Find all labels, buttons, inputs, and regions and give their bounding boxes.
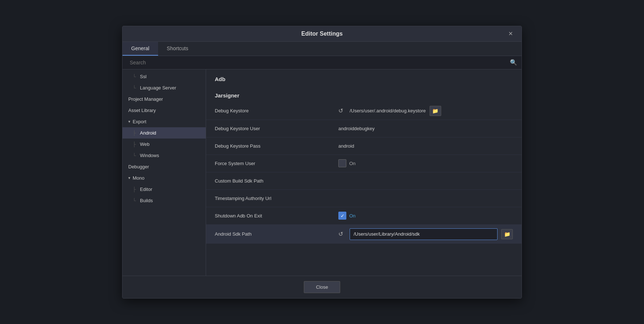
toggle-shutdown-adb: On bbox=[338, 212, 355, 220]
sidebar-item-language-server[interactable]: └ Language Server bbox=[122, 82, 206, 93]
content-area: Adb Jarsigner Debug Keystore ↺ /Users/us… bbox=[206, 69, 522, 276]
tree-line: └ bbox=[133, 153, 138, 158]
setting-row-android-sdk-path: Android Sdk Path ↺ 📁 bbox=[206, 225, 522, 244]
setting-label-debug-keystore: Debug Keystore bbox=[215, 108, 338, 113]
setting-row-custom-build-sdk-path: Custom Build Sdk Path bbox=[206, 172, 522, 190]
sidebar-item-label: Language Server bbox=[140, 85, 176, 91]
sidebar-item-label: Mono bbox=[133, 175, 145, 181]
setting-label-custom-build-sdk-path: Custom Build Sdk Path bbox=[215, 178, 338, 184]
sidebar-item-label: Web bbox=[140, 141, 150, 147]
tabs-row: General Shortcuts bbox=[122, 42, 522, 56]
setting-value-debug-keystore: ↺ /Users/user/.android/debug.keystore 📁 bbox=[338, 106, 513, 116]
setting-value-shutdown-adb-on-exit: On bbox=[338, 212, 513, 220]
setting-row-debug-keystore: Debug Keystore ↺ /Users/user/.android/de… bbox=[206, 102, 522, 120]
tree-line: ├ bbox=[133, 130, 138, 136]
setting-row-shutdown-adb-on-exit: Shutdown Adb On Exit On bbox=[206, 207, 522, 225]
tree-line: └ bbox=[133, 198, 138, 203]
sidebar-item-ssl[interactable]: └ Ssl bbox=[122, 71, 206, 82]
setting-label-android-sdk-path: Android Sdk Path bbox=[215, 231, 338, 237]
setting-label-timestamping-authority-url: Timestamping Authority Url bbox=[215, 196, 338, 201]
search-bar: 🔍 bbox=[122, 56, 522, 69]
sidebar-item-web[interactable]: ├ Web bbox=[122, 139, 206, 150]
sidebar-item-label: Android bbox=[140, 130, 156, 136]
sidebar: └ Ssl └ Language Server Project Manager … bbox=[122, 69, 206, 276]
setting-row-timestamping-authority-url: Timestamping Authority Url bbox=[206, 190, 522, 207]
setting-label-force-system-user: Force System User bbox=[215, 161, 338, 166]
setting-label-debug-keystore-user: Debug Keystore User bbox=[215, 126, 338, 131]
sidebar-item-builds[interactable]: └ Builds bbox=[122, 195, 206, 206]
editor-settings-dialog: Editor Settings × General Shortcuts 🔍 └ … bbox=[122, 26, 522, 299]
dialog-title: Editor Settings bbox=[301, 31, 343, 37]
toggle-force-system-user: On bbox=[338, 159, 355, 167]
tree-line: └ bbox=[133, 85, 138, 91]
setting-value-debug-keystore-pass: android bbox=[338, 143, 513, 149]
main-area: └ Ssl └ Language Server Project Manager … bbox=[122, 69, 522, 276]
toggle-label-shutdown-adb: On bbox=[349, 213, 355, 219]
sidebar-item-label: Builds bbox=[140, 198, 153, 203]
folder-button-debug-keystore[interactable]: 📁 bbox=[430, 106, 441, 116]
sidebar-item-label: Editor bbox=[140, 187, 152, 192]
toggle-label-force-system-user: On bbox=[349, 161, 355, 166]
footer: Close bbox=[122, 276, 522, 298]
sidebar-item-label: Debugger bbox=[128, 164, 149, 169]
setting-row-force-system-user: Force System User On bbox=[206, 155, 522, 172]
sidebar-item-export[interactable]: Export bbox=[122, 116, 206, 127]
debug-keystore-pass-value: android bbox=[338, 143, 354, 149]
folder-button-android-sdk-path[interactable]: 📁 bbox=[501, 229, 513, 239]
tree-line: ├ bbox=[133, 187, 138, 192]
sidebar-item-debugger[interactable]: Debugger bbox=[122, 161, 206, 172]
debug-keystore-user-value: androiddebugkey bbox=[338, 126, 375, 131]
title-bar: Editor Settings × bbox=[122, 26, 522, 42]
setting-row-debug-keystore-user: Debug Keystore User androiddebugkey bbox=[206, 120, 522, 137]
toggle-box-shutdown-adb[interactable] bbox=[338, 212, 346, 220]
tab-general[interactable]: General bbox=[122, 42, 158, 56]
sidebar-item-android[interactable]: ├ Android bbox=[122, 127, 206, 139]
sidebar-item-mono[interactable]: Mono bbox=[122, 172, 206, 184]
sidebar-item-windows[interactable]: └ Windows bbox=[122, 150, 206, 161]
setting-value-force-system-user: On bbox=[338, 159, 513, 167]
reset-icon-debug-keystore[interactable]: ↺ bbox=[338, 107, 343, 114]
setting-value-android-sdk-path: ↺ 📁 bbox=[338, 228, 513, 240]
sidebar-item-project-manager[interactable]: Project Manager bbox=[122, 93, 206, 105]
close-button[interactable]: Close bbox=[304, 281, 340, 293]
debug-keystore-value: /Users/user/.android/debug.keystore bbox=[350, 108, 426, 113]
reset-icon-android-sdk-path[interactable]: ↺ bbox=[338, 231, 343, 237]
tree-line: ├ bbox=[133, 141, 138, 147]
android-sdk-path-input[interactable] bbox=[350, 228, 498, 240]
setting-label-shutdown-adb-on-exit: Shutdown Adb On Exit bbox=[215, 213, 338, 219]
tab-shortcuts[interactable]: Shortcuts bbox=[158, 42, 197, 56]
setting-value-debug-keystore-user: androiddebugkey bbox=[338, 126, 513, 131]
setting-row-debug-keystore-pass: Debug Keystore Pass android bbox=[206, 137, 522, 155]
sidebar-item-label: Windows bbox=[140, 153, 159, 158]
setting-label-debug-keystore-pass: Debug Keystore Pass bbox=[215, 143, 338, 149]
sidebar-item-label: Project Manager bbox=[128, 96, 163, 102]
sidebar-item-label: Asset Library bbox=[128, 108, 156, 113]
section-title-jarsigner: Jarsigner bbox=[206, 86, 522, 102]
section-title-adb: Adb bbox=[206, 69, 522, 86]
sidebar-item-label: Export bbox=[133, 119, 146, 124]
sidebar-item-label: Ssl bbox=[140, 74, 146, 79]
tree-line: └ bbox=[133, 74, 138, 79]
toggle-box-force-system-user[interactable] bbox=[338, 159, 346, 167]
sidebar-item-asset-library[interactable]: Asset Library bbox=[122, 105, 206, 116]
sidebar-item-editor[interactable]: ├ Editor bbox=[122, 184, 206, 195]
close-dialog-x-button[interactable]: × bbox=[506, 29, 516, 39]
search-icon: 🔍 bbox=[510, 59, 517, 66]
search-input[interactable] bbox=[127, 56, 510, 69]
